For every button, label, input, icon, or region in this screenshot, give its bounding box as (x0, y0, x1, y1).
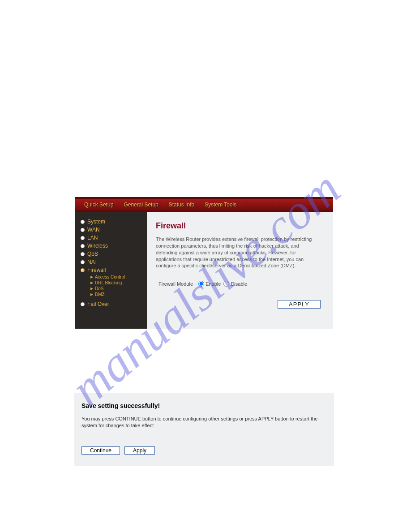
save-message: You may press CONTINUE button to continu… (81, 416, 327, 429)
radio-icon (81, 220, 85, 224)
triangle-icon: ▶ (90, 275, 93, 279)
sidenav-item-label: QoS (87, 251, 98, 257)
radio-enable-label: Enable (206, 281, 221, 287)
radio-icon (81, 228, 85, 232)
page-title: Firewall (156, 221, 321, 231)
sidenav-item-label: System (87, 219, 105, 225)
triangle-icon: ▶ (90, 281, 93, 285)
triangle-icon: ▶ (90, 292, 93, 296)
sidenav-item-wireless[interactable]: Wireless (81, 242, 143, 250)
side-nav: System WAN LAN Wireless QoS NAT (75, 212, 147, 329)
tab-status-info[interactable]: Status Info (164, 200, 199, 210)
radio-disable-input[interactable] (223, 281, 229, 287)
tab-system-tools[interactable]: System Tools (200, 200, 241, 210)
sidenav-sub-url-blocking[interactable]: ▶ URL Blocking (81, 280, 143, 286)
radio-icon (81, 302, 85, 306)
radio-icon (81, 236, 85, 240)
sidenav-item-firewall[interactable]: Firewall (81, 266, 143, 274)
tab-quick-setup[interactable]: Quick Setup (80, 200, 118, 210)
sidenav-item-nat[interactable]: NAT (81, 258, 143, 266)
top-nav: Quick Setup General Setup Status Info Sy… (75, 197, 333, 212)
module-label: Firewall Module : (158, 281, 196, 287)
sidenav-item-lan[interactable]: LAN (81, 234, 143, 242)
tab-general-setup[interactable]: General Setup (119, 200, 163, 210)
radio-disable[interactable]: Disable (223, 281, 247, 287)
radio-icon (81, 252, 85, 256)
sidenav-item-system[interactable]: System (81, 218, 143, 226)
sidenav-item-qos[interactable]: QoS (81, 250, 143, 258)
save-setting-panel: Save setting successfully! You may press… (74, 393, 334, 466)
save-buttons: Continue Apply (81, 446, 327, 455)
sidenav-item-label: NAT (87, 259, 98, 265)
router-body: System WAN LAN Wireless QoS NAT (75, 212, 333, 329)
apply-button[interactable]: APPLY (278, 300, 321, 309)
continue-button[interactable]: Continue (81, 446, 120, 455)
save-title: Save setting successfully! (81, 402, 327, 409)
sidenav-sub-dmz[interactable]: ▶ DMZ (81, 292, 143, 297)
sidenav-sub-label: DoS (95, 286, 103, 291)
radio-enable[interactable]: Enable (198, 281, 221, 287)
sidenav-sub-label: URL Blocking (95, 280, 122, 285)
firewall-module-row: Firewall Module : Enable Disable (158, 281, 321, 287)
sidenav-sub-label: DMZ (95, 292, 105, 297)
sidenav-item-failover[interactable]: Fail Over (81, 300, 143, 308)
router-admin-window: Quick Setup General Setup Status Info Sy… (75, 197, 333, 329)
sidenav-item-label: Firewall (87, 267, 106, 273)
radio-disable-label: Disable (231, 281, 247, 287)
page-description: The Wireless Router provides extensive f… (156, 236, 321, 269)
sidenav-sub-dos[interactable]: ▶ DoS (81, 286, 143, 292)
triangle-icon: ▶ (90, 287, 93, 291)
apply-button-confirm[interactable]: Apply (124, 446, 155, 455)
radio-icon (81, 244, 85, 248)
sidenav-sub-access-control[interactable]: ▶ Access Control (81, 274, 143, 280)
radio-icon (81, 260, 85, 264)
content-pane: Firewall The Wireless Router provides ex… (147, 212, 333, 329)
sidenav-item-label: LAN (87, 235, 98, 241)
radio-selected-icon (81, 268, 85, 272)
sidenav-item-label: WAN (87, 227, 100, 233)
sidenav-sub-label: Access Control (95, 275, 125, 279)
sidenav-item-wan[interactable]: WAN (81, 226, 143, 234)
sidenav-item-label: Wireless (87, 243, 108, 249)
radio-enable-input[interactable] (198, 281, 204, 287)
sidenav-item-label: Fail Over (87, 301, 109, 307)
